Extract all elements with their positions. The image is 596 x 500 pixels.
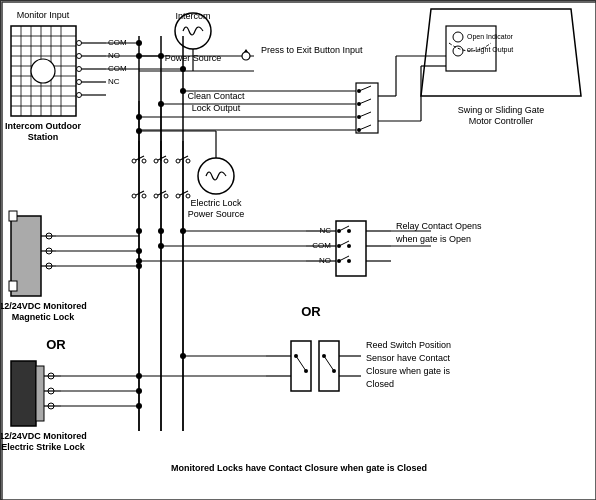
svg-point-192 bbox=[176, 159, 180, 163]
svg-point-15 bbox=[31, 59, 55, 83]
svg-point-26 bbox=[77, 93, 82, 98]
svg-point-168 bbox=[357, 102, 361, 106]
svg-point-172 bbox=[357, 128, 361, 132]
svg-rect-120 bbox=[319, 341, 339, 391]
svg-text:Monitored Locks have Contact C: Monitored Locks have Contact Closure whe… bbox=[171, 463, 427, 473]
svg-point-198 bbox=[154, 194, 158, 198]
svg-point-146 bbox=[453, 32, 463, 42]
svg-point-170 bbox=[357, 115, 361, 119]
svg-point-201 bbox=[176, 194, 180, 198]
svg-text:Sensor have Contact: Sensor have Contact bbox=[366, 353, 451, 363]
svg-point-183 bbox=[136, 228, 142, 234]
svg-text:Station: Station bbox=[28, 132, 59, 142]
svg-point-20 bbox=[77, 54, 82, 59]
svg-text:Motor Controller: Motor Controller bbox=[469, 116, 534, 126]
svg-point-196 bbox=[142, 194, 146, 198]
svg-rect-61 bbox=[9, 281, 17, 291]
svg-text:OR: OR bbox=[301, 304, 321, 319]
svg-point-176 bbox=[158, 101, 164, 107]
svg-text:or Light Output: or Light Output bbox=[467, 46, 513, 54]
svg-text:Power Source: Power Source bbox=[188, 209, 245, 219]
svg-text:Monitor Input: Monitor Input bbox=[17, 10, 70, 20]
svg-text:Intercom: Intercom bbox=[175, 11, 210, 21]
svg-rect-72 bbox=[36, 366, 44, 421]
wiring-diagram: Monitor Input COM NO COM NC Intercom Out… bbox=[0, 0, 596, 500]
svg-point-186 bbox=[132, 159, 136, 163]
svg-text:Closed: Closed bbox=[366, 379, 394, 389]
svg-point-193 bbox=[186, 159, 190, 163]
svg-point-122 bbox=[294, 354, 298, 358]
svg-text:Magnetic Lock: Magnetic Lock bbox=[12, 312, 76, 322]
svg-rect-60 bbox=[9, 211, 17, 221]
svg-text:Closure when gate is: Closure when gate is bbox=[366, 366, 451, 376]
svg-text:12/24VDC Monitored: 12/24VDC Monitored bbox=[1, 301, 87, 311]
svg-point-114 bbox=[337, 259, 341, 263]
svg-rect-97 bbox=[336, 221, 366, 276]
svg-point-195 bbox=[132, 194, 136, 198]
svg-point-202 bbox=[186, 194, 190, 198]
svg-point-49 bbox=[136, 40, 142, 46]
svg-point-96 bbox=[136, 128, 142, 134]
svg-text:Swing or Sliding Gate: Swing or Sliding Gate bbox=[458, 105, 545, 115]
svg-point-112 bbox=[347, 244, 351, 248]
svg-text:12/24VDC Monitored: 12/24VDC Monitored bbox=[1, 431, 87, 441]
svg-point-189 bbox=[154, 159, 158, 163]
svg-point-51 bbox=[158, 53, 164, 59]
svg-point-125 bbox=[322, 354, 326, 358]
svg-point-56 bbox=[198, 158, 234, 194]
svg-point-109 bbox=[347, 229, 351, 233]
svg-text:Electric Strike Lock: Electric Strike Lock bbox=[1, 442, 86, 452]
svg-text:Press to Exit Button Input: Press to Exit Button Input bbox=[261, 45, 363, 55]
svg-point-108 bbox=[337, 229, 341, 233]
svg-text:Intercom Outdoor: Intercom Outdoor bbox=[5, 121, 81, 131]
svg-text:Reed Switch Position: Reed Switch Position bbox=[366, 340, 451, 350]
svg-point-22 bbox=[77, 67, 82, 72]
svg-point-126 bbox=[332, 369, 336, 373]
svg-point-18 bbox=[77, 41, 82, 46]
svg-point-147 bbox=[453, 46, 463, 56]
svg-text:OR: OR bbox=[46, 337, 66, 352]
svg-point-174 bbox=[180, 88, 186, 94]
svg-point-187 bbox=[142, 159, 146, 163]
svg-point-190 bbox=[164, 159, 168, 163]
svg-rect-71 bbox=[11, 361, 36, 426]
svg-point-184 bbox=[158, 228, 164, 234]
svg-point-53 bbox=[180, 66, 186, 72]
svg-point-24 bbox=[77, 80, 82, 85]
svg-text:NC: NC bbox=[108, 77, 120, 86]
svg-point-199 bbox=[164, 194, 168, 198]
svg-point-178 bbox=[136, 114, 142, 120]
svg-point-36 bbox=[242, 52, 250, 60]
svg-text:Open Indicator: Open Indicator bbox=[467, 33, 514, 41]
svg-rect-119 bbox=[291, 341, 311, 391]
svg-text:Clean Contact: Clean Contact bbox=[187, 91, 245, 101]
svg-point-123 bbox=[304, 369, 308, 373]
svg-point-111 bbox=[337, 244, 341, 248]
svg-text:Relay Contact Opens: Relay Contact Opens bbox=[396, 221, 482, 231]
svg-text:Electric Lock: Electric Lock bbox=[190, 198, 242, 208]
svg-point-166 bbox=[357, 89, 361, 93]
svg-point-115 bbox=[347, 259, 351, 263]
svg-text:when gate is Open: when gate is Open bbox=[395, 234, 471, 244]
